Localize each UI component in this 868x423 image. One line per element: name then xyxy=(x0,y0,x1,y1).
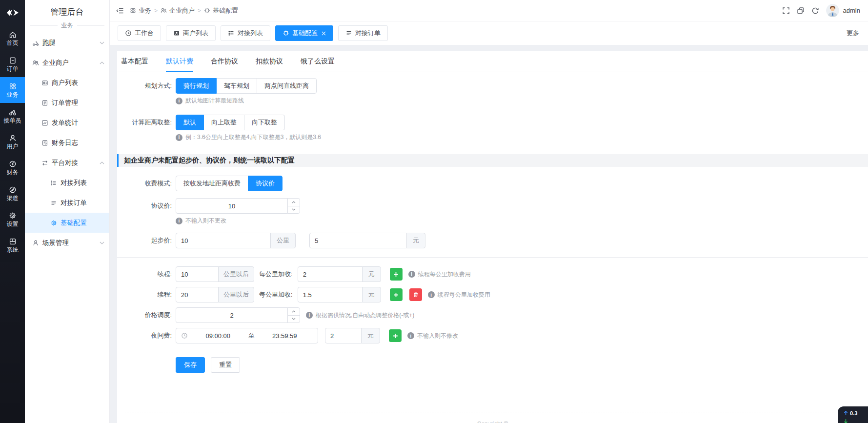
plan-option-straight-line[interactable]: 两点间直线距离 xyxy=(257,78,317,94)
renew-row: 续程: 公里以后 每公里加收: 元 续程每公里加收费用 xyxy=(117,287,868,302)
stepper-down-icon[interactable] xyxy=(288,315,300,323)
price-adjust-input[interactable] xyxy=(176,307,288,323)
sidebar-fold-icon[interactable] xyxy=(116,7,124,15)
tab-cooperation-agreement[interactable]: 合作协议 xyxy=(211,51,238,72)
chevron-up-icon xyxy=(100,161,104,164)
sidebar-item-connect-list[interactable]: 对接列表 xyxy=(25,173,109,193)
breadcrumb-enterprise-merchant[interactable]: 企业商户 xyxy=(161,6,195,15)
charge-option-agreement-price[interactable]: 协议价 xyxy=(248,176,283,191)
form-actions: 保存 重置 xyxy=(117,357,868,373)
tabs-more-button[interactable]: 更多 xyxy=(847,29,860,38)
rail-item-settings[interactable]: 设置 xyxy=(0,206,25,232)
channel-icon xyxy=(9,186,17,194)
renew-price-input[interactable] xyxy=(298,266,363,282)
info-icon xyxy=(428,291,435,298)
sidebar-item-finance-log[interactable]: 财务日志 xyxy=(25,133,109,153)
base-price-input[interactable] xyxy=(309,233,407,248)
list-icon xyxy=(50,180,57,186)
plan-option-driving[interactable]: 驾车规划 xyxy=(216,78,257,94)
stepper-up-icon[interactable] xyxy=(288,199,300,206)
sidebar-item-errand[interactable]: 跑腿 xyxy=(25,33,109,53)
plus-icon xyxy=(393,333,398,339)
rounding-options: 默认 向上取整 向下取整 xyxy=(176,115,285,130)
base-distance-input[interactable] xyxy=(176,233,271,248)
renew-price-input[interactable] xyxy=(298,287,363,302)
reset-button[interactable]: 重置 xyxy=(211,357,240,373)
tab-deduction-agreement[interactable]: 扣款协议 xyxy=(256,51,283,72)
stepper-up-icon[interactable] xyxy=(288,308,300,315)
divider-dashed xyxy=(125,412,868,412)
breadcrumb-business[interactable]: 业务 xyxy=(130,6,151,15)
gear-icon xyxy=(283,30,289,37)
home-icon xyxy=(9,31,17,39)
billing-form: 规划方式: 骑行规划 驾车规划 两点间直线距离 默认地图计算最短路线 计算距离取… xyxy=(117,72,868,373)
sidebar-item-merchant-list[interactable]: 商户列表 xyxy=(25,73,109,93)
renew-distance-input[interactable] xyxy=(176,266,219,282)
tab-workbench[interactable]: 工作台 xyxy=(118,25,161,41)
tab-connect-orders[interactable]: 对接订单 xyxy=(338,25,388,41)
lines-icon xyxy=(345,30,352,37)
rail-item-system[interactable]: 系统 xyxy=(0,232,25,258)
refresh-icon[interactable] xyxy=(811,7,819,15)
app-logo-icon[interactable] xyxy=(0,0,25,25)
plan-option-riding[interactable]: 骑行规划 xyxy=(176,78,217,94)
rail-item-users[interactable]: 用户 xyxy=(0,129,25,155)
rounding-option-up[interactable]: 向上取整 xyxy=(203,115,244,130)
breadcrumb-basic-config[interactable]: 基础配置 xyxy=(204,6,238,15)
delete-renew-button[interactable] xyxy=(409,288,422,301)
add-renew-button[interactable] xyxy=(390,288,403,301)
breadcrumb-separator: > xyxy=(154,7,158,14)
sidebar-item-dispatch-stats[interactable]: 发单统计 xyxy=(25,113,109,133)
rail-item-home[interactable]: 首页 xyxy=(0,25,25,51)
sidebar-item-platform-connect[interactable]: 平台对接 xyxy=(25,153,109,173)
tab-basic-settings[interactable]: 基本配置 xyxy=(121,51,148,72)
price-adjust-row: 价格调度: 根据需供情况,自由动态调整价格(-或+) xyxy=(117,307,868,323)
night-end-time[interactable]: 23:59:59 xyxy=(257,332,313,340)
rounding-option-down[interactable]: 向下取整 xyxy=(244,115,285,130)
rail-item-business[interactable]: 业务 xyxy=(0,77,25,103)
info-icon xyxy=(306,312,313,319)
rounding-option-default[interactable]: 默认 xyxy=(176,115,204,130)
add-night-fee-button[interactable] xyxy=(389,329,402,342)
tab-connect-list[interactable]: 对接列表 xyxy=(221,25,270,41)
renew-distance-input[interactable] xyxy=(176,287,219,302)
night-start-time[interactable]: 09:00:00 xyxy=(190,332,246,340)
night-fee-input[interactable] xyxy=(325,328,362,343)
base-price-row: 起步价: 公里 元 xyxy=(117,233,868,248)
agreement-price-input[interactable] xyxy=(176,198,288,214)
charge-option-by-distance[interactable]: 按收发地址距离收费 xyxy=(176,176,248,191)
sidebar-item-scene-management[interactable]: 场景管理 xyxy=(25,233,109,253)
rail-item-courier[interactable]: 接单员 xyxy=(0,103,25,129)
user-avatar[interactable] xyxy=(826,4,839,17)
primary-nav-rail: 首页 订单 业务 接单员 用户 财务 渠道 设置 xyxy=(0,0,25,423)
sidebar-item-order-management[interactable]: 订单管理 xyxy=(25,93,109,113)
night-fee-unit: 元 xyxy=(361,328,380,343)
rail-item-orders[interactable]: 订单 xyxy=(0,51,25,77)
agreement-price-help: 不输入则不更改 xyxy=(176,217,868,225)
app-title: 管理后台 xyxy=(25,0,109,21)
plan-mode-row: 规划方式: 骑行规划 驾车规划 两点间直线距离 xyxy=(117,78,868,94)
night-time-range-picker[interactable]: 09:00:00 至 23:59:59 xyxy=(176,328,318,343)
fullscreen-icon[interactable] xyxy=(782,7,790,15)
plan-mode-options: 骑行规划 驾车规划 两点间直线距离 xyxy=(176,78,317,94)
network-speed-badge[interactable]: 0.3 xyxy=(838,406,868,423)
username[interactable]: admin xyxy=(843,7,860,14)
rail-item-channel[interactable]: 渠道 xyxy=(0,181,25,206)
rail-item-finance[interactable]: 财务 xyxy=(0,155,25,181)
save-button[interactable]: 保存 xyxy=(176,357,205,373)
tab-eleme-settings[interactable]: 饿了么设置 xyxy=(301,51,335,72)
sidebar-item-connect-orders[interactable]: 对接订单 xyxy=(25,193,109,213)
night-fee-label: 夜间费: xyxy=(117,328,172,343)
business-grid-icon xyxy=(130,7,136,14)
charge-mode-options: 按收发地址距离收费 协议价 xyxy=(176,176,283,191)
sidebar-item-basic-config[interactable]: 基础配置 xyxy=(25,213,109,233)
stepper-down-icon[interactable] xyxy=(288,206,300,214)
tab-default-billing[interactable]: 默认计费 xyxy=(166,51,193,72)
add-renew-button[interactable] xyxy=(390,268,403,281)
system-icon xyxy=(9,238,17,245)
theme-skin-icon[interactable] xyxy=(797,7,805,15)
tab-basic-config[interactable]: 基础配置 xyxy=(275,25,333,41)
sidebar-item-enterprise-merchant[interactable]: 企业商户 xyxy=(25,53,109,73)
tab-merchant-list[interactable]: 商户列表 xyxy=(166,25,216,41)
close-icon[interactable] xyxy=(322,31,326,36)
